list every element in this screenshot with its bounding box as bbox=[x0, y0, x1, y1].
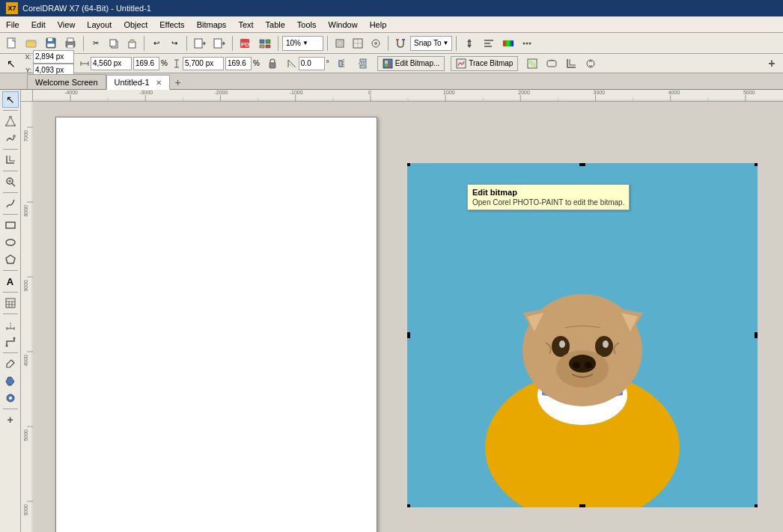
sel-handle-tm[interactable] bbox=[579, 163, 585, 166]
menu-view[interactable]: View bbox=[52, 19, 82, 31]
x-input[interactable] bbox=[33, 50, 74, 64]
pick-tool[interactable]: ↖ bbox=[2, 91, 19, 108]
nudge-options[interactable] bbox=[460, 35, 478, 52]
menu-edit[interactable]: Edit bbox=[25, 19, 52, 31]
zoom-tool[interactable] bbox=[2, 174, 19, 190]
undo-button[interactable]: ↩ bbox=[148, 35, 165, 52]
align-options[interactable] bbox=[480, 35, 498, 52]
cut-button[interactable]: ✂ bbox=[88, 35, 104, 52]
toolbar-sep-8 bbox=[456, 36, 457, 51]
menu-table[interactable]: Table bbox=[260, 19, 291, 31]
svg-rect-45 bbox=[360, 65, 366, 68]
smart-fill-tool[interactable] bbox=[2, 390, 19, 406]
rectangle-tool[interactable] bbox=[2, 217, 19, 233]
angle-input[interactable] bbox=[299, 57, 325, 70]
new-button[interactable] bbox=[3, 35, 21, 52]
sel-handle-mr[interactable] bbox=[755, 332, 758, 338]
lock-aspect-button[interactable] bbox=[264, 55, 281, 72]
redo-button[interactable]: ↪ bbox=[166, 35, 183, 52]
document-tab[interactable]: Untitled-1 ✕ bbox=[106, 75, 170, 90]
degree-label: ° bbox=[326, 59, 329, 67]
sel-handle-br[interactable] bbox=[755, 504, 758, 507]
svg-point-134 bbox=[559, 340, 565, 348]
y-label: Y: bbox=[22, 67, 31, 74]
shape-tool[interactable] bbox=[2, 113, 19, 129]
bitmap-warp[interactable] bbox=[543, 55, 560, 72]
dog-image[interactable] bbox=[407, 163, 758, 507]
svg-rect-39 bbox=[269, 63, 275, 68]
applications[interactable] bbox=[256, 35, 274, 52]
svg-rect-18 bbox=[260, 45, 264, 48]
menu-file[interactable]: File bbox=[0, 19, 25, 31]
menu-help[interactable]: Help bbox=[364, 19, 393, 31]
menu-tools[interactable]: Tools bbox=[291, 19, 323, 31]
svg-point-57 bbox=[5, 124, 7, 126]
sel-handle-tl[interactable] bbox=[407, 163, 410, 166]
tool-sep-3 bbox=[3, 171, 18, 171]
smear-tool[interactable] bbox=[2, 130, 19, 147]
bitmap-color[interactable] bbox=[524, 55, 540, 72]
paste-button[interactable] bbox=[124, 35, 140, 52]
bitmap-enhance2[interactable] bbox=[582, 55, 599, 72]
connector-tool[interactable] bbox=[2, 334, 19, 350]
publish-pdf[interactable]: PDF bbox=[237, 35, 255, 52]
dropper-tool[interactable] bbox=[2, 355, 19, 372]
export-button[interactable] bbox=[210, 35, 228, 52]
menu-window[interactable]: Window bbox=[323, 19, 364, 31]
height-input[interactable] bbox=[183, 57, 224, 70]
save-button[interactable] bbox=[42, 35, 60, 52]
sel-handle-tr[interactable] bbox=[755, 163, 758, 166]
crop-tool[interactable] bbox=[2, 152, 19, 168]
welcome-screen-tab[interactable]: Welcome Screen bbox=[27, 74, 106, 89]
edit-bitmap-button[interactable]: Edit Bitmap... bbox=[377, 56, 445, 71]
title-text: CorelDRAW X7 (64-Bit) - Untitled-1 bbox=[22, 4, 151, 13]
table-tool[interactable] bbox=[2, 295, 19, 311]
height-pct-input[interactable] bbox=[225, 57, 252, 70]
menu-object[interactable]: Object bbox=[118, 19, 153, 31]
svg-rect-42 bbox=[339, 61, 342, 67]
zoom-dropdown[interactable]: 10% ▼ bbox=[282, 36, 323, 51]
freehand-tool[interactable] bbox=[2, 195, 19, 212]
dog-illustration bbox=[407, 163, 758, 507]
add-page-tool[interactable]: + bbox=[2, 412, 19, 428]
trace-bitmap-button[interactable]: Trace Bitmap bbox=[451, 56, 518, 71]
menu-text[interactable]: Text bbox=[232, 19, 259, 31]
snap-dropdown[interactable]: Snap To ▼ bbox=[410, 36, 452, 51]
import-button[interactable] bbox=[191, 35, 209, 52]
width-pct-input[interactable] bbox=[133, 57, 159, 70]
bitmap-crop[interactable] bbox=[563, 55, 579, 72]
print-button[interactable] bbox=[61, 35, 79, 52]
view-enhance[interactable] bbox=[368, 35, 384, 52]
svg-rect-31 bbox=[468, 42, 471, 45]
sel-handle-bl[interactable] bbox=[407, 504, 410, 507]
svg-text:3000: 3000 bbox=[593, 90, 605, 95]
polygon-tool[interactable] bbox=[2, 251, 19, 268]
ellipse-tool[interactable] bbox=[2, 234, 19, 251]
text-tool[interactable]: A bbox=[2, 273, 19, 290]
canvas-area[interactable]: -4000 -3000 -2000 -1000 0 1000 2000 3000… bbox=[21, 90, 783, 532]
dimension-tool[interactable] bbox=[2, 317, 19, 333]
menu-effects[interactable]: Effects bbox=[153, 19, 190, 31]
copy-button[interactable] bbox=[106, 35, 122, 52]
menu-layout[interactable]: Layout bbox=[81, 19, 118, 31]
canvas-content[interactable]: Edit bitmap Open Corel PHOTO-PAINT to ed… bbox=[33, 102, 783, 532]
mirror-h-button[interactable] bbox=[335, 55, 352, 72]
view-page[interactable] bbox=[350, 35, 366, 52]
fill-tool[interactable] bbox=[2, 373, 19, 389]
tooltip-title: Edit bitmap bbox=[472, 188, 624, 197]
svg-line-60 bbox=[12, 183, 15, 186]
add-effect-button[interactable]: + bbox=[764, 55, 780, 72]
mirror-v-button[interactable] bbox=[355, 55, 371, 72]
color-options[interactable] bbox=[499, 35, 517, 52]
sel-handle-bm[interactable] bbox=[579, 504, 585, 507]
menu-bitmaps[interactable]: Bitmaps bbox=[191, 19, 233, 31]
svg-text:-4000: -4000 bbox=[64, 90, 78, 95]
view-full-screen[interactable] bbox=[332, 35, 348, 52]
more-options[interactable] bbox=[519, 35, 535, 52]
close-tab-icon[interactable]: ✕ bbox=[156, 79, 162, 87]
width-input[interactable] bbox=[91, 57, 132, 70]
sel-handle-ml[interactable] bbox=[407, 332, 410, 338]
snap-magnet[interactable] bbox=[392, 35, 409, 52]
open-button[interactable] bbox=[22, 35, 40, 52]
add-tab-button[interactable]: + bbox=[171, 76, 185, 89]
